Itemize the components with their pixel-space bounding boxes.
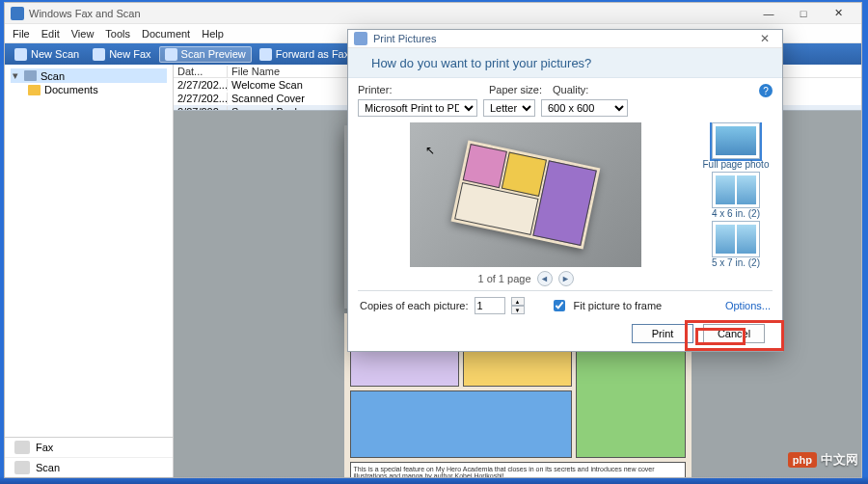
pager-prev-button[interactable]: ◄ [537, 271, 553, 286]
cell-date: 2/27/202... [174, 93, 227, 104]
menu-tools[interactable]: Tools [105, 28, 130, 40]
toolbar-label: New Fax [109, 48, 150, 60]
pager-next-button[interactable]: ► [558, 271, 574, 286]
tree-node-scan[interactable]: ▾ Scan [11, 68, 167, 83]
dialog-title: Print Pictures [373, 33, 436, 44]
collapse-icon[interactable]: ▾ [11, 69, 20, 82]
scan-icon [14, 48, 27, 61]
window-maximize-button[interactable]: □ [786, 4, 821, 23]
cursor-icon: ↖ [425, 144, 435, 157]
copies-input[interactable] [475, 297, 505, 314]
fit-frame-checkbox[interactable] [554, 300, 565, 311]
window-minimize-button[interactable]: — [751, 4, 786, 23]
toolbar-forward-fax[interactable]: Forward as Fax [254, 46, 355, 63]
fax-icon [93, 48, 105, 61]
dialog-body: Printer: Paper size: Quality: ? Microsof… [348, 78, 782, 351]
printer-select[interactable]: Microsoft Print to PDF [358, 99, 477, 117]
menu-edit[interactable]: Edit [41, 28, 60, 40]
scanner-icon [24, 70, 37, 81]
column-date[interactable]: Dat... [174, 66, 227, 77]
taskbar-edge [0, 476, 868, 484]
tree-label: Scan [41, 70, 65, 82]
layout-label: Full page photo [703, 159, 770, 170]
mini-comic-image [451, 140, 601, 249]
forward-fax-icon [259, 48, 272, 61]
watermark-text: 中文网 [821, 451, 858, 469]
scan-device-icon [14, 461, 30, 474]
layout-label: 5 x 7 in. (2) [712, 257, 760, 268]
layout-options[interactable]: Full page photo 4 x 6 in. (2) 5 x 7 in. … [699, 122, 773, 286]
cancel-button[interactable]: Cancel [703, 324, 765, 343]
spin-down-button[interactable]: ▼ [511, 306, 525, 314]
layout-5x7[interactable]: 5 x 7 in. (2) [699, 221, 773, 268]
comic-caption: This is a special feature on My Hero Aca… [350, 462, 686, 477]
folder-tree[interactable]: ▾ Scan Documents [5, 65, 173, 437]
title-bar: Windows Fax and Scan — □ ✕ [5, 3, 861, 24]
toolbar-label: Forward as Fax [276, 48, 349, 60]
folder-icon [28, 85, 41, 95]
pager: 1 of 1 page ◄ ► [477, 271, 573, 286]
dialog-banner-text: How do you want to print your pictures? [371, 56, 591, 70]
cell-date: 2/27/202... [174, 79, 227, 91]
toolbar-new-scan[interactable]: New Scan [9, 46, 85, 63]
preview-icon [165, 48, 177, 61]
printer-label: Printer: [358, 84, 479, 97]
account-fax[interactable]: Fax [5, 438, 173, 458]
layout-label: 4 x 6 in. (2) [712, 208, 760, 219]
window-close-button[interactable]: ✕ [821, 4, 855, 23]
account-label: Scan [36, 462, 60, 473]
dialog-title-bar: Print Pictures ✕ [348, 30, 782, 48]
toolbar-label: Scan Preview [181, 48, 246, 60]
layout-4x6[interactable]: 4 x 6 in. (2) [699, 172, 773, 219]
dialog-banner: How do you want to print your pictures? [348, 48, 782, 78]
quality-label: Quality: [553, 84, 630, 97]
paper-size-select[interactable]: Letter [483, 99, 535, 117]
dialog-preview-image: ↖ [410, 122, 641, 267]
toolbar-new-fax[interactable]: New Fax [87, 46, 156, 63]
layout-full-page[interactable]: Full page photo [699, 122, 773, 170]
pager-text: 1 of 1 page [477, 273, 530, 284]
menu-file[interactable]: File [13, 28, 30, 40]
app-icon [11, 7, 24, 20]
watermark-badge: php [788, 452, 817, 468]
account-scan[interactable]: Scan [5, 458, 173, 477]
fax-device-icon [14, 441, 30, 454]
tree-node-documents[interactable]: Documents [11, 83, 167, 96]
spin-up-button[interactable]: ▲ [511, 297, 525, 306]
paper-size-label: Paper size: [489, 84, 543, 97]
help-icon[interactable]: ? [759, 84, 773, 97]
menu-view[interactable]: View [71, 28, 95, 40]
copies-spinner[interactable]: ▲ ▼ [511, 297, 525, 314]
toolbar-label: New Scan [31, 48, 79, 60]
tree-label: Documents [44, 84, 98, 95]
toolbar-scan-preview[interactable]: Scan Preview [159, 46, 252, 63]
quality-select[interactable]: 600 x 600 [541, 99, 628, 117]
fit-frame-label: Fit picture to frame [574, 300, 663, 311]
options-link[interactable]: Options... [725, 300, 771, 311]
menu-help[interactable]: Help [202, 28, 224, 40]
copies-label: Copies of each picture: [360, 300, 469, 311]
watermark: php 中文网 [788, 451, 858, 469]
dialog-close-button[interactable]: ✕ [753, 30, 776, 47]
account-label: Fax [36, 442, 53, 453]
app-title: Windows Fax and Scan [29, 8, 141, 19]
print-pictures-dialog: Print Pictures ✕ How do you want to prin… [347, 29, 783, 352]
account-switcher: Fax Scan [5, 437, 173, 477]
left-panel: ▾ Scan Documents Fax Scan [5, 65, 174, 477]
print-button[interactable]: Print [632, 324, 693, 343]
dialog-preview-column: ↖ 1 of 1 page ◄ ► [358, 122, 693, 286]
menu-document[interactable]: Document [142, 28, 190, 40]
pictures-icon [354, 32, 367, 45]
